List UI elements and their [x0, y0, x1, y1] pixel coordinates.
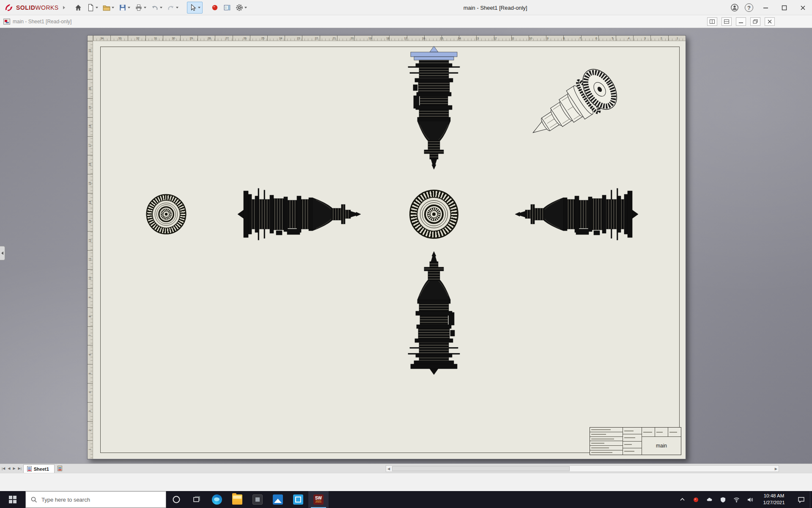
featuremanager-collapse-tab[interactable] [0, 246, 5, 260]
ruler-label: 3 [89, 411, 92, 412]
dropdown-arrow-icon[interactable] [160, 7, 162, 8]
solidworks-wordmark: SOLIDWORKS [16, 4, 59, 11]
ruler-label: 21 [332, 37, 336, 40]
hidden-icons-button[interactable] [676, 491, 688, 508]
clock-time: 10:48 AM [764, 493, 785, 500]
ruler-label: 13 [475, 37, 479, 40]
tray-3dexperience[interactable] [690, 491, 702, 508]
search-placeholder-text: Type here to search [41, 497, 90, 503]
taskbar-app-file-explorer[interactable] [227, 491, 247, 508]
taskbar-search-box[interactable]: Type here to search [25, 491, 166, 508]
taskbar-app-media[interactable] [247, 491, 268, 508]
graphics-area[interactable]: 3433323130292827262524232221201918171615… [0, 28, 812, 464]
start-button[interactable] [0, 491, 25, 508]
3dexperience-button[interactable] [209, 2, 220, 14]
dropdown-arrow-icon[interactable] [198, 7, 200, 8]
dropdown-arrow-icon[interactable] [96, 7, 98, 8]
taskbar-clock[interactable]: 10:48 AM 1/27/2021 [756, 491, 792, 508]
scroll-left-arrow[interactable]: ◀ [387, 467, 390, 471]
doc-minimize-button[interactable] [736, 17, 746, 26]
tray-security[interactable] [717, 491, 729, 508]
drawing-sheet[interactable]: 3433323130292827262524232221201918171615… [87, 35, 686, 459]
title-block[interactable]: main [590, 427, 681, 455]
action-center-button[interactable] [792, 491, 810, 508]
cortana-button[interactable] [166, 491, 187, 508]
select-cursor-button[interactable] [187, 2, 203, 14]
add-sheet-button[interactable] [55, 464, 66, 473]
first-sheet-button[interactable]: |◀ [2, 467, 5, 470]
dropdown-arrow-icon[interactable] [112, 7, 114, 8]
drawing-view-bottom[interactable] [406, 248, 461, 375]
task-pane-button[interactable] [222, 2, 233, 14]
ruler-label: 22 [88, 49, 91, 52]
taskbar-app-photos[interactable] [268, 491, 288, 508]
ruler-label: 27 [225, 37, 229, 40]
tray-network[interactable] [730, 491, 742, 508]
task-view-button[interactable] [187, 491, 207, 508]
last-sheet-button[interactable]: ▶| [18, 467, 22, 470]
save-button[interactable] [117, 2, 132, 14]
doc-restore-button[interactable] [750, 17, 760, 26]
tab-sheet1[interactable]: Sheet1 [23, 464, 55, 473]
settings-button[interactable] [234, 2, 249, 14]
titlebar-right-controls: ? [727, 0, 812, 15]
next-sheet-button[interactable]: ▶ [13, 467, 15, 470]
windows-logo-icon [9, 496, 16, 503]
minimize-button[interactable] [756, 0, 775, 15]
3dexperience-tray-icon [693, 497, 699, 503]
media-app-icon [252, 494, 263, 505]
tray-volume[interactable] [744, 491, 756, 508]
network-wifi-icon [733, 497, 740, 503]
undo-button[interactable] [149, 2, 164, 14]
ruler-label: 9 [547, 37, 549, 40]
drawing-name: main [642, 437, 681, 455]
ruler-label: 22 [315, 37, 318, 40]
dropdown-arrow-icon[interactable] [176, 7, 178, 8]
main-toolbar [73, 2, 249, 14]
drawing-view-right[interactable] [512, 187, 639, 242]
scroll-right-arrow[interactable]: ▶ [775, 467, 777, 471]
tray-onedrive[interactable] [703, 491, 715, 508]
ruler-label: 4 [89, 392, 92, 393]
help-button[interactable]: ? [742, 0, 756, 15]
show-desktop-button[interactable] [810, 491, 812, 508]
ruler-label: 32 [136, 37, 140, 40]
solidworks-app-icon: SW 2021 [313, 494, 324, 505]
redo-button[interactable] [165, 2, 180, 14]
print-button[interactable] [133, 2, 148, 14]
new-document-button[interactable] [85, 2, 100, 14]
ruler-label: 28 [208, 37, 211, 40]
dropdown-arrow-icon[interactable] [244, 7, 247, 8]
drawing-view-top[interactable] [406, 46, 461, 173]
ruler-label: 2 [89, 430, 92, 431]
ruler-label: 14 [88, 201, 91, 204]
taskbar-app-edge[interactable] [207, 491, 227, 508]
drawing-view-isometric[interactable] [512, 63, 639, 147]
ruler-label: 16 [422, 37, 425, 40]
tile-windows-button[interactable] [721, 17, 732, 26]
taskbar-app-solidworks[interactable]: SW 2021 [308, 491, 329, 508]
close-button[interactable] [793, 0, 812, 15]
doc-close-button[interactable] [765, 17, 775, 26]
horizontal-scrollbar[interactable]: ◀ ▶ [386, 465, 779, 472]
drawing-view-front[interactable] [409, 190, 458, 239]
app-titlebar: SOLIDWORKS [0, 0, 812, 15]
account-button[interactable] [727, 0, 742, 15]
dropdown-arrow-icon[interactable] [128, 7, 130, 8]
open-button[interactable] [101, 2, 116, 14]
scrollbar-thumb[interactable] [392, 466, 570, 471]
dropdown-arrow-icon[interactable] [144, 7, 146, 8]
drawing-view-rear[interactable] [146, 194, 186, 234]
menu-expand-icon[interactable] [63, 6, 65, 9]
ruler-label: 10 [88, 277, 91, 280]
undo-icon [151, 4, 159, 11]
ruler-horizontal: 3433323130292827262524232221201918171615… [93, 36, 686, 41]
previous-sheet-button[interactable]: ◀ [8, 467, 10, 470]
account-icon [730, 3, 739, 12]
home-button[interactable] [73, 2, 84, 14]
ruler-label: 29 [189, 37, 193, 40]
maximize-button[interactable] [775, 0, 793, 15]
drawing-view-left[interactable] [237, 187, 364, 242]
new-window-button[interactable] [707, 17, 717, 26]
taskbar-app-mail[interactable] [288, 491, 308, 508]
